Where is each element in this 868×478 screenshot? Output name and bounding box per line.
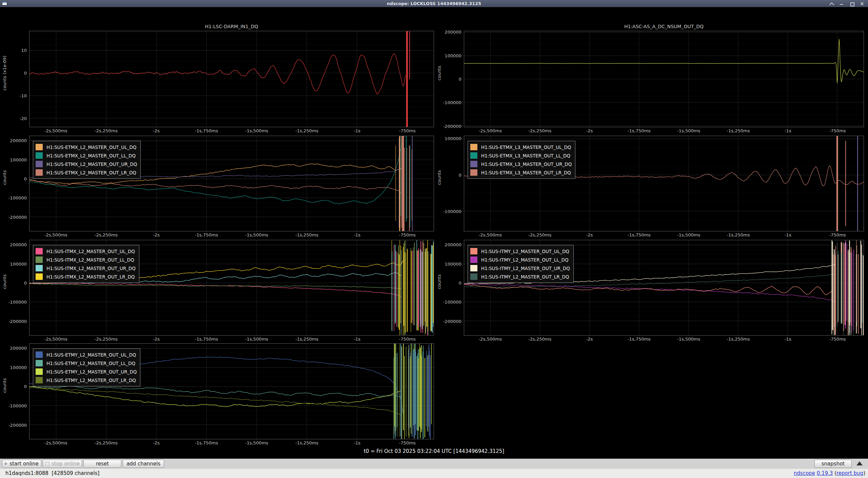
- legend[interactable]: H1:SUS-ITMY_L2_MASTER_OUT_UL_DQH1:SUS-IT…: [468, 245, 574, 283]
- legend-channel-name: H1:SUS-ETMX_L2_MASTER_OUT_LL_DQ: [46, 153, 136, 158]
- x-tick-label: -1s,500ms: [245, 128, 268, 133]
- legend-channel-name: H1:SUS-ITMX_L2_MASTER_OUT_UL_DQ: [46, 249, 135, 254]
- plot-canvas-sus-itmy-l2[interactable]: H1:SUS-ITMY_L2_MASTER_OUT_UL_DQH1:SUS-IT…: [464, 240, 864, 336]
- legend[interactable]: H1:SUS-ETMX_L3_MASTER_OUT_UL_DQH1:SUS-ET…: [468, 141, 575, 179]
- minimize-button[interactable]: [840, 1, 844, 6]
- x-tick-label: -2s: [153, 232, 160, 237]
- y-tick-label: 0: [24, 384, 27, 389]
- y-tick-label: 200000: [445, 242, 461, 247]
- y-tick-label: 200000: [10, 346, 27, 351]
- close-button[interactable]: ×: [860, 1, 865, 6]
- reset-button[interactable]: reset: [83, 460, 121, 468]
- collapse-panel-triangle-icon[interactable]: [856, 461, 863, 465]
- x-tick-label: -750ms: [399, 440, 416, 445]
- y-tick-label: 0: [459, 280, 461, 285]
- plot-lsc-darm: H1:LSC-DARM_IN1_DQcounts (x1e-09)100-10-…: [3, 22, 435, 135]
- y-tick-label: -200000: [443, 319, 461, 324]
- legend-swatch-icon: [36, 273, 43, 280]
- plot-canvas-lsc-darm[interactable]: [29, 31, 434, 127]
- plot-canvas-sus-etmy-l2[interactable]: H1:SUS-ETMY_L2_MASTER_OUT_UL_DQH1:SUS-ET…: [29, 343, 434, 439]
- plot-canvas-sus-etmx-l3[interactable]: H1:SUS-ETMX_L3_MASTER_OUT_UL_DQH1:SUS-ET…: [464, 136, 864, 231]
- x-tick-label: -1s,750ms: [628, 128, 651, 133]
- y-tick-label: -200000: [443, 123, 461, 129]
- legend-item[interactable]: H1:SUS-ETMX_L2_MASTER_OUT_UR_DQ: [36, 160, 137, 168]
- legend-swatch-icon: [36, 144, 43, 150]
- x-tick-label: -1s: [785, 337, 791, 342]
- report-bug-link[interactable]: report bug: [836, 470, 863, 476]
- plot-asc-as: H1:ASC-AS_A_DC_NSUM_OUT_DQcounts20000010…: [437, 22, 865, 135]
- y-tick-label: 100000: [10, 365, 27, 370]
- add-channels-button[interactable]: add channels: [123, 460, 164, 468]
- legend-channel-name: H1:SUS-ETMX_L3_MASTER_OUT_LR_DQ: [481, 170, 571, 175]
- x-tick-label: -2s,500ms: [479, 128, 502, 133]
- x-tick-label: -1s,250ms: [295, 232, 318, 237]
- legend-item[interactable]: H1:SUS-ETMX_L3_MASTER_OUT_LL_DQ: [470, 151, 572, 160]
- version-link[interactable]: 0.19.3: [817, 470, 833, 476]
- legend-item[interactable]: H1:SUS-ETMY_L2_MASTER_OUT_LL_DQ: [36, 359, 137, 367]
- legend-item[interactable]: H1:SUS-ETMX_L3_MASTER_OUT_UL_DQ: [470, 143, 572, 151]
- x-tick-label: -750ms: [829, 337, 846, 342]
- legend-swatch-icon: [36, 351, 43, 358]
- maximize-button[interactable]: [850, 1, 854, 6]
- legend-item[interactable]: H1:SUS-ITMX_L2_MASTER_OUT_UL_DQ: [36, 247, 136, 255]
- x-tick-label: -2s,500ms: [44, 440, 67, 445]
- x-tick-label: -2s: [153, 440, 160, 445]
- x-tick-label: -1s,500ms: [677, 232, 700, 237]
- minimize-icon: [840, 4, 843, 5]
- legend-swatch-icon: [470, 144, 477, 150]
- y-axis-label: counts (x1e-09): [2, 70, 7, 77]
- legend-item[interactable]: H1:SUS-ITMY_L2_MASTER_OUT_LR_DQ: [470, 272, 570, 281]
- legend-item[interactable]: H1:SUS-ITMX_L2_MASTER_OUT_UR_DQ: [36, 264, 136, 272]
- legend-item[interactable]: H1:SUS-ETMX_L2_MASTER_OUT_LR_DQ: [36, 168, 137, 177]
- plot-sus-etmx-l2: counts2000001000000-100000-200000H1:SUS-…: [3, 136, 435, 239]
- maximize-icon: [850, 2, 854, 6]
- plot-title: H1:LSC-DARM_IN1_DQ: [29, 22, 434, 31]
- legend[interactable]: H1:SUS-ETMY_L2_MASTER_OUT_UL_DQH1:SUS-ET…: [33, 348, 140, 386]
- legend-item[interactable]: H1:SUS-ITMY_L2_MASTER_OUT_LL_DQ: [470, 255, 570, 264]
- stop-online-button[interactable]: stop online: [43, 460, 82, 468]
- legend-swatch-icon: [470, 265, 477, 271]
- legend-swatch-icon: [36, 169, 43, 176]
- x-tick-label: -750ms: [399, 232, 416, 237]
- x-tick-label: -1s,250ms: [295, 337, 318, 342]
- ndscope-link[interactable]: ndscope: [794, 470, 815, 476]
- trace-UL: [29, 283, 401, 297]
- legend-swatch-icon: [36, 256, 43, 263]
- plot-canvas-asc-as[interactable]: [464, 31, 864, 127]
- legend-item[interactable]: H1:SUS-ETMX_L3_MASTER_OUT_UR_DQ: [470, 160, 572, 168]
- legend-channel-name: H1:SUS-ETMY_L2_MASTER_OUT_UR_DQ: [46, 369, 137, 375]
- legend-item[interactable]: H1:SUS-ETMY_L2_MASTER_OUT_UR_DQ: [36, 367, 137, 376]
- legend-channel-name: H1:SUS-ETMY_L2_MASTER_OUT_UL_DQ: [46, 352, 136, 358]
- x-tick-label: -1s: [354, 440, 360, 445]
- legend-item[interactable]: H1:SUS-ITMX_L2_MASTER_OUT_LL_DQ: [36, 255, 136, 264]
- legend[interactable]: H1:SUS-ETMX_L2_MASTER_OUT_UL_DQH1:SUS-ET…: [33, 141, 141, 179]
- legend-item[interactable]: H1:SUS-ETMY_L2_MASTER_OUT_UL_DQ: [36, 350, 137, 359]
- x-tick-label: -750ms: [399, 128, 416, 133]
- y-tick-label: 200000: [10, 242, 27, 247]
- x-tick-label: -1s,250ms: [295, 440, 318, 445]
- legend-item[interactable]: H1:SUS-ITMY_L2_MASTER_OUT_UL_DQ: [470, 247, 570, 255]
- status-bar: h1daqnds1:8088 [428509 channels] ndscope…: [0, 469, 868, 478]
- legend-item[interactable]: H1:SUS-ETMY_L2_MASTER_OUT_LR_DQ: [36, 376, 137, 384]
- y-tick-label: 0: [24, 280, 27, 285]
- legend-item[interactable]: H1:SUS-ETMX_L3_MASTER_OUT_LR_DQ: [470, 168, 572, 177]
- legend-item[interactable]: H1:SUS-ITMX_L2_MASTER_OUT_LR_DQ: [36, 272, 136, 281]
- start-online-button[interactable]: start online: [2, 460, 41, 468]
- plot-canvas-sus-etmx-l2[interactable]: H1:SUS-ETMX_L2_MASTER_OUT_UL_DQH1:SUS-ET…: [29, 136, 434, 231]
- legend[interactable]: H1:SUS-ITMX_L2_MASTER_OUT_UL_DQH1:SUS-IT…: [33, 245, 139, 283]
- y-tick-label: -100000: [443, 100, 461, 105]
- x-tick-label: -2s: [586, 232, 593, 237]
- shade-button[interactable]: [829, 1, 834, 6]
- x-tick-label: -1s,250ms: [727, 232, 750, 237]
- legend-swatch-icon: [470, 273, 477, 280]
- legend-item[interactable]: H1:SUS-ITMY_L2_MASTER_OUT_UR_DQ: [470, 264, 570, 272]
- t0-label: t0 = Fri Oct 03 2025 03:22:04 UTC [14434…: [0, 446, 868, 456]
- plot-canvas-sus-itmx-l2[interactable]: H1:SUS-ITMX_L2_MASTER_OUT_UL_DQH1:SUS-IT…: [29, 240, 434, 336]
- y-tick-label: -20: [20, 116, 27, 121]
- y-tick-label: 0: [24, 176, 27, 181]
- legend-item[interactable]: H1:SUS-ETMX_L2_MASTER_OUT_UL_DQ: [36, 143, 137, 151]
- y-axis-label: counts: [437, 70, 442, 77]
- snapshot-button[interactable]: snapshot: [814, 460, 852, 468]
- legend-item[interactable]: H1:SUS-ETMX_L2_MASTER_OUT_LL_DQ: [36, 151, 137, 160]
- trace-LR: [29, 387, 401, 415]
